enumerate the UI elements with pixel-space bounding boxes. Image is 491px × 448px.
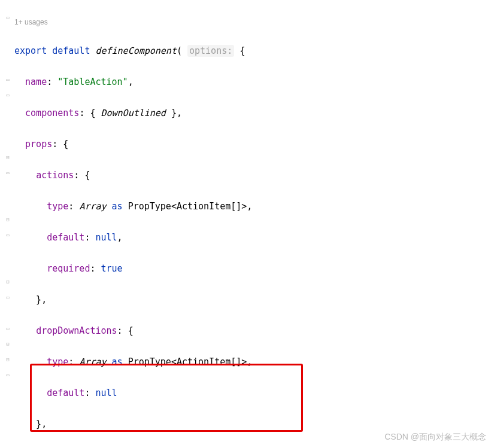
prop-dropdownactions: dropDownActions — [36, 325, 117, 336]
type-array: Array — [79, 356, 106, 367]
prop-default: default — [47, 388, 84, 398]
code-line: type: Array as PropType<ActionItem[]>, — [14, 199, 491, 214]
code-line: dropDownActions: { — [14, 323, 491, 339]
code-line: }, — [14, 292, 491, 307]
keyword-null: null — [95, 388, 117, 398]
code-line: default: null — [14, 385, 491, 401]
usages-hint[interactable]: 1+ usages — [14, 16, 491, 28]
keyword-export: export — [14, 45, 47, 56]
prop-components: components — [25, 108, 79, 118]
code-line: actions: { — [14, 167, 491, 183]
prop-type: type — [47, 356, 68, 367]
code-line: required: true — [14, 261, 491, 276]
code-line: }, — [14, 416, 491, 432]
fn-defineComponent: defineComponent — [95, 45, 176, 56]
prop-type: type — [47, 201, 68, 212]
ident-downoutlined: DownOutlined — [101, 108, 166, 118]
code-editor[interactable]: 1+ usages export default defineComponent… — [14, 0, 491, 448]
code-line: props: { — [14, 136, 491, 152]
type-array: Array — [79, 201, 106, 212]
keyword-null: null — [95, 232, 117, 243]
code-line: type: Array as PropType<ActionItem[]>, — [14, 354, 491, 370]
code-line: components: { DownOutlined }, — [14, 105, 491, 121]
prop-required: required — [47, 263, 90, 274]
fold-column: ▭ ▭ ▭ ⊟ ▭ ⊟ ▭ ⊟ ▭ ▭ ⊟ ⊟ ▭ — [8, 0, 14, 448]
prop-name: name — [25, 77, 47, 87]
code-line: name: "TableAction", — [14, 74, 491, 90]
keyword-as: as — [112, 356, 123, 367]
code-line: export default defineComponent( options:… — [14, 43, 491, 59]
param-hint: options: — [187, 45, 234, 57]
prop-actions: actions — [36, 170, 74, 181]
keyword-as: as — [112, 201, 123, 212]
keyword-default: default — [52, 45, 90, 56]
keyword-true: true — [101, 263, 123, 274]
type-proptype: PropType<ActionItem[]> — [128, 201, 247, 212]
code-line: default: null, — [14, 230, 491, 245]
type-proptype: PropType<ActionItem[]> — [128, 356, 247, 367]
prop-props: props — [25, 139, 52, 150]
prop-default: default — [47, 232, 84, 243]
string-literal: "TableAction" — [57, 77, 128, 87]
